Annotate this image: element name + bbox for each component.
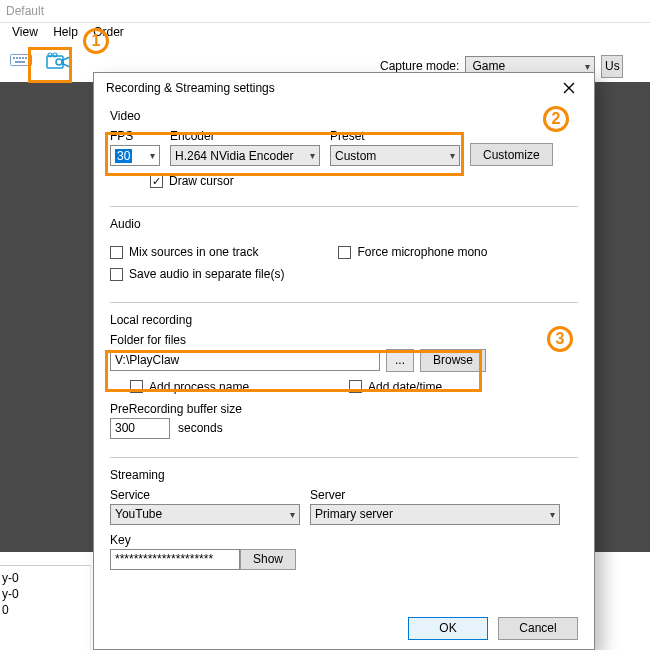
show-key-button[interactable]: Show bbox=[240, 549, 296, 570]
annotation-2: 2 bbox=[543, 106, 569, 132]
prerec-input[interactable]: 300 bbox=[110, 418, 170, 439]
cancel-label: Cancel bbox=[519, 621, 556, 635]
annotation-3: 3 bbox=[547, 326, 573, 352]
customize-button[interactable]: Customize bbox=[470, 143, 553, 166]
draw-cursor-checkbox[interactable]: ✓ bbox=[150, 175, 163, 188]
show-label: Show bbox=[253, 552, 283, 566]
force-mono-checkbox[interactable] bbox=[338, 246, 351, 259]
chevron-down-icon: ▾ bbox=[450, 150, 455, 161]
browse-label: Browse bbox=[433, 353, 473, 367]
fps-input[interactable]: 30 bbox=[115, 149, 132, 163]
preset-label: Preset bbox=[330, 129, 460, 143]
chevron-down-icon: ▾ bbox=[550, 509, 555, 520]
cancel-button[interactable]: Cancel bbox=[498, 617, 578, 640]
audio-section-title: Audio bbox=[110, 217, 578, 231]
svg-rect-7 bbox=[47, 56, 63, 68]
server-select[interactable]: Primary server ▾ bbox=[310, 504, 560, 525]
ellipsis-label: ... bbox=[395, 353, 405, 367]
ok-label: OK bbox=[439, 621, 456, 635]
video-section-title: Video bbox=[110, 109, 578, 123]
list-item[interactable]: y-0 bbox=[0, 570, 90, 586]
menu-help[interactable]: Help bbox=[53, 25, 78, 39]
svg-rect-3 bbox=[19, 57, 21, 59]
svg-rect-2 bbox=[16, 57, 18, 59]
key-label: Key bbox=[110, 533, 578, 547]
chevron-down-icon: ▾ bbox=[290, 509, 295, 520]
folder-label: Folder for files bbox=[110, 333, 578, 347]
folder-input[interactable]: V:\PlayClaw bbox=[110, 350, 380, 371]
svg-point-9 bbox=[48, 53, 52, 57]
save-separate-label: Save audio in separate file(s) bbox=[129, 267, 284, 281]
server-value: Primary server bbox=[315, 507, 393, 521]
service-value: YouTube bbox=[115, 507, 162, 521]
mix-sources-checkbox[interactable] bbox=[110, 246, 123, 259]
chevron-down-icon: ▾ bbox=[310, 150, 315, 161]
dialog-title: Recording & Streaming settings bbox=[106, 81, 275, 95]
add-datetime-label: Add date/time bbox=[368, 380, 442, 394]
key-value: ********************* bbox=[115, 552, 213, 566]
encoder-value: H.264 NVidia Encoder bbox=[175, 149, 294, 163]
server-label: Server bbox=[310, 488, 560, 502]
add-datetime-checkbox[interactable] bbox=[349, 380, 362, 393]
prerec-label: PreRecording buffer size bbox=[110, 402, 578, 416]
svg-rect-6 bbox=[15, 61, 25, 63]
draw-cursor-label: Draw cursor bbox=[169, 174, 234, 188]
capture-mode-label: Capture mode: bbox=[380, 59, 459, 73]
key-input[interactable]: ********************* bbox=[110, 549, 240, 570]
keyboard-icon[interactable] bbox=[4, 45, 38, 79]
ok-button[interactable]: OK bbox=[408, 617, 488, 640]
camera-icon[interactable] bbox=[42, 45, 76, 79]
svg-rect-0 bbox=[11, 55, 32, 66]
fps-label: FPS bbox=[110, 129, 160, 143]
encoder-select[interactable]: H.264 NVidia Encoder ▾ bbox=[170, 145, 320, 166]
svg-point-8 bbox=[56, 59, 62, 65]
svg-point-10 bbox=[53, 53, 57, 57]
bottom-list: y-0 y-0 0 bbox=[0, 565, 91, 650]
add-process-checkbox[interactable] bbox=[130, 380, 143, 393]
service-select[interactable]: YouTube ▾ bbox=[110, 504, 300, 525]
streaming-section-title: Streaming bbox=[110, 468, 578, 482]
annotation-1: 1 bbox=[83, 28, 109, 54]
seconds-label: seconds bbox=[178, 421, 223, 435]
preset-value: Custom bbox=[335, 149, 376, 163]
menu-view[interactable]: View bbox=[12, 25, 38, 39]
list-item[interactable]: 0 bbox=[0, 602, 90, 618]
chevron-down-icon: ▾ bbox=[585, 61, 590, 72]
chevron-down-icon[interactable]: ▾ bbox=[150, 150, 155, 161]
local-rec-section-title: Local recording bbox=[110, 313, 578, 327]
user-button[interactable]: Us bbox=[601, 55, 623, 78]
capture-mode-value: Game bbox=[472, 59, 505, 73]
folder-value: V:\PlayClaw bbox=[115, 353, 179, 367]
user-btn-label: Us bbox=[605, 59, 620, 73]
window-title: Default bbox=[0, 0, 650, 23]
service-label: Service bbox=[110, 488, 300, 502]
preset-select[interactable]: Custom ▾ bbox=[330, 145, 460, 166]
prerec-value: 300 bbox=[115, 421, 135, 435]
customize-label: Customize bbox=[483, 148, 540, 162]
svg-rect-5 bbox=[25, 57, 27, 59]
settings-dialog: Recording & Streaming settings Video FPS… bbox=[93, 72, 595, 650]
svg-rect-1 bbox=[13, 57, 15, 59]
encoder-label: Encoder bbox=[170, 129, 320, 143]
force-mono-label: Force microphone mono bbox=[357, 245, 487, 259]
svg-rect-4 bbox=[22, 57, 24, 59]
save-separate-checkbox[interactable] bbox=[110, 268, 123, 281]
mix-sources-label: Mix sources in one track bbox=[129, 245, 258, 259]
add-process-label: Add process name bbox=[149, 380, 249, 394]
close-icon[interactable] bbox=[550, 75, 588, 101]
folder-ellipsis-button[interactable]: ... bbox=[386, 349, 414, 372]
list-item[interactable]: y-0 bbox=[0, 586, 90, 602]
browse-button[interactable]: Browse bbox=[420, 349, 486, 372]
